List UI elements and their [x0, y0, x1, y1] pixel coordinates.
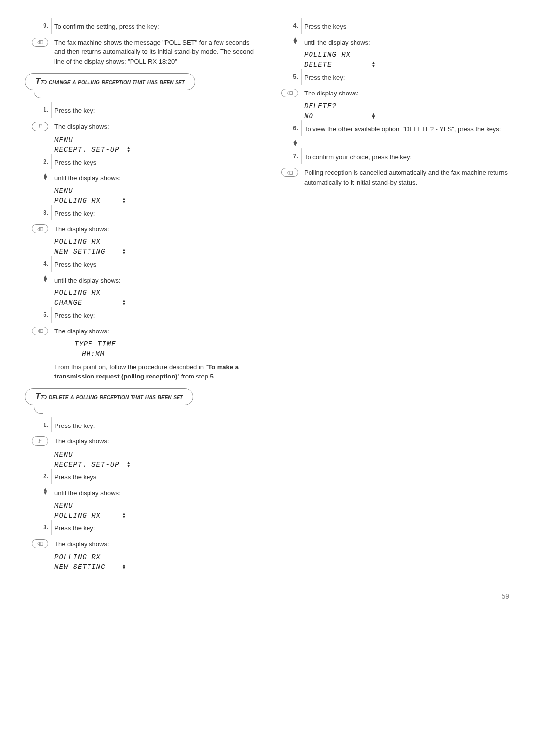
step-number: 6.: [293, 124, 298, 132]
step-after: until the display shows:: [54, 486, 260, 498]
svg-marker-2: [38, 227, 40, 231]
svg-marker-10: [287, 171, 289, 175]
step-number: 5.: [43, 311, 48, 318]
step-after: The display shows:: [54, 325, 260, 336]
delete-step-5: 5. Press the key:: [274, 71, 509, 83]
delete-step-2: 2. Press the keys: [25, 471, 260, 482]
arrow-icon: ▲▼: [123, 249, 126, 255]
display-line-2: NEW SETTING ▲▼: [54, 248, 260, 256]
svg-rect-3: [40, 227, 43, 231]
arrow-icon: ▲▼: [127, 462, 130, 468]
display-line-2: HH:MM: [82, 350, 260, 358]
delete-step-4: 4. Press the keys: [274, 20, 509, 32]
display-line-1: POLLING RX: [54, 238, 260, 246]
step-text: Press the keys: [54, 156, 260, 168]
step-number: 2.: [43, 472, 48, 480]
display-line-1: TYPE TIME: [74, 340, 260, 348]
section-delete-header: TTo delete a polling reception that has …: [25, 388, 260, 414]
change-step-5: 5. Press the key:: [25, 309, 260, 321]
step-after: until the display shows:: [304, 36, 509, 47]
step-text: Press the key:: [54, 104, 260, 116]
step-number: 7.: [293, 152, 298, 160]
step-text: Press the key:: [54, 419, 260, 431]
arrow-icon: ▲▼: [372, 113, 375, 119]
step-after: until the display shows:: [54, 171, 260, 183]
start-key-icon: [32, 539, 48, 548]
step-after: The display shows:: [54, 434, 260, 446]
step-after: The display shows:: [54, 537, 260, 549]
delete-step-7: 7. To confirm your choice, press the key…: [274, 150, 509, 162]
change-step-4: 4. Press the keys: [25, 258, 260, 270]
display-line-2: POLLING RX ▲▼: [54, 512, 260, 520]
step-after: until the display shows:: [54, 274, 260, 285]
step-text: To view the other available option, "DEL…: [304, 122, 509, 134]
arrow-icon: ▲▼: [123, 198, 126, 204]
step-text: Press the key:: [54, 207, 260, 219]
f-key-icon: F: [32, 122, 48, 131]
step-text: To confirm the setting, press the key:: [54, 20, 260, 32]
step-number: 9.: [43, 22, 48, 29]
svg-rect-5: [40, 330, 43, 333]
svg-marker-4: [38, 329, 40, 333]
change-step-2: 2. Press the keys: [25, 156, 260, 168]
display-line-1: DELETE?: [304, 102, 509, 110]
step-note: From this point on, follow the procedure…: [54, 360, 260, 381]
arrow-icon: ▲▼: [123, 513, 126, 519]
step-number: 1.: [43, 421, 48, 428]
display-line-1: POLLING RX: [304, 51, 509, 59]
arrow-icon: ▲▼: [127, 147, 130, 153]
step-9-key: The fax machine shows the message "POLL …: [25, 36, 260, 67]
step-text: Press the key:: [54, 309, 260, 321]
delete-step-6: 6. To view the other available option, "…: [274, 122, 509, 134]
display-line-2: NEW SETTING ▲▼: [54, 563, 260, 571]
step-text: To confirm your choice, press the key:: [304, 150, 509, 162]
section-title: To change a polling reception that has b…: [40, 78, 184, 86]
change-step-3: 3. Press the key:: [25, 207, 260, 219]
section-title: To delete a polling reception that has b…: [40, 393, 183, 401]
step-text: Press the key:: [54, 521, 260, 533]
display-line-2: CHANGE ▲▼: [54, 299, 260, 307]
delete-step-3: 3. Press the key:: [25, 521, 260, 533]
svg-marker-0: [38, 40, 40, 44]
svg-rect-11: [290, 171, 292, 175]
step-number: 5.: [293, 73, 298, 80]
arrow-icon: ▲▼: [123, 564, 126, 570]
step-text: Press the keys: [54, 258, 260, 270]
start-key-icon: [32, 224, 48, 233]
step-text: Press the keys: [54, 471, 260, 482]
updown-key-icon: ▲▼: [43, 275, 48, 282]
step-text: Press the keys: [304, 20, 509, 32]
display-line-1: MENU: [54, 451, 260, 459]
updown-key-icon: ▲▼: [43, 488, 48, 495]
svg-marker-6: [38, 542, 40, 546]
step-number: 2.: [43, 158, 48, 165]
step-after: The display shows:: [54, 222, 260, 234]
page-number: 59: [25, 588, 509, 600]
f-key-icon: F: [32, 436, 48, 446]
step-number: 4.: [293, 22, 298, 29]
display-line-2: NO ▲▼: [304, 112, 509, 120]
arrow-icon: ▲▼: [372, 62, 375, 68]
display-line-2: RECEPT. SET-UP ▲▼: [54, 146, 260, 154]
display-line-1: POLLING RX: [54, 289, 260, 297]
updown-key-icon: ▲▼: [292, 37, 298, 44]
updown-key-icon: ▲▼: [292, 140, 298, 146]
step-number: 1.: [43, 106, 48, 113]
display-line-2: POLLING RX ▲▼: [54, 197, 260, 205]
start-key-icon: [32, 38, 48, 47]
start-key-icon: [281, 89, 298, 97]
step-number: 3.: [43, 209, 48, 216]
start-key-icon: [32, 327, 48, 335]
step-9: 9. To confirm the setting, press the key…: [25, 20, 260, 32]
step-number: 3.: [43, 523, 48, 531]
step-desc: The fax machine shows the message "POLL …: [54, 36, 260, 67]
section-change-header: TTo change a polling reception that has …: [25, 73, 260, 99]
step-desc: Polling reception is cancelled automatic…: [304, 166, 509, 187]
step-number: 4.: [43, 260, 48, 267]
step-after: The display shows:: [54, 120, 260, 132]
updown-key-icon: ▲▼: [43, 173, 48, 180]
display-line-1: MENU: [54, 187, 260, 195]
step-after: The display shows:: [304, 87, 509, 98]
display-line-1: MENU: [54, 136, 260, 144]
display-line-1: MENU: [54, 502, 260, 510]
